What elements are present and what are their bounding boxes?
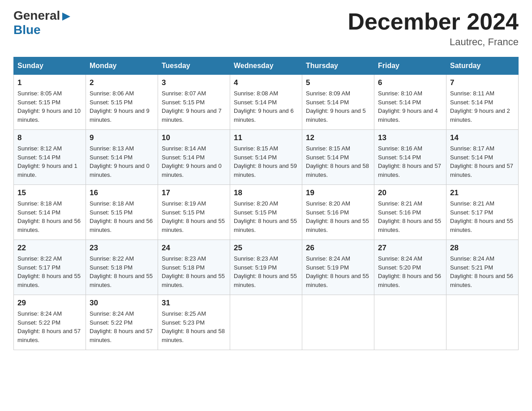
day-number: 7 xyxy=(450,78,515,87)
table-row xyxy=(446,295,519,350)
day-number: 13 xyxy=(378,133,442,142)
table-row: 26 Sunrise: 8:24 AMSunset: 5:19 PMDaylig… xyxy=(302,240,374,295)
day-number: 12 xyxy=(306,133,370,142)
day-info: Sunrise: 8:17 AMSunset: 5:14 PMDaylight:… xyxy=(450,144,515,179)
day-info: Sunrise: 8:18 AMSunset: 5:15 PMDaylight:… xyxy=(90,199,154,234)
day-number: 3 xyxy=(162,78,226,87)
svg-marker-0 xyxy=(62,13,70,21)
day-info: Sunrise: 8:05 AMSunset: 5:15 PMDaylight:… xyxy=(17,89,82,124)
table-row: 9 Sunrise: 8:13 AMSunset: 5:14 PMDayligh… xyxy=(86,130,158,185)
day-info: Sunrise: 8:21 AMSunset: 5:16 PMDaylight:… xyxy=(378,199,442,234)
day-info: Sunrise: 8:12 AMSunset: 5:14 PMDaylight:… xyxy=(17,144,82,179)
logo-arrow-icon xyxy=(61,12,71,21)
location: Lautrec, France xyxy=(348,36,519,48)
day-info: Sunrise: 8:22 AMSunset: 5:17 PMDaylight:… xyxy=(17,254,82,289)
day-number: 18 xyxy=(234,188,298,197)
day-number: 26 xyxy=(306,244,370,253)
table-row: 11 Sunrise: 8:15 AMSunset: 5:14 PMDaylig… xyxy=(230,130,302,185)
table-row: 5 Sunrise: 8:09 AMSunset: 5:14 PMDayligh… xyxy=(302,75,374,130)
day-number: 21 xyxy=(450,188,515,197)
table-row: 25 Sunrise: 8:23 AMSunset: 5:19 PMDaylig… xyxy=(230,240,302,295)
day-info: Sunrise: 8:18 AMSunset: 5:14 PMDaylight:… xyxy=(17,199,82,234)
table-row: 18 Sunrise: 8:20 AMSunset: 5:15 PMDaylig… xyxy=(230,185,302,240)
table-row: 21 Sunrise: 8:21 AMSunset: 5:17 PMDaylig… xyxy=(446,185,519,240)
header-row: Sunday Monday Tuesday Wednesday Thursday… xyxy=(14,57,519,75)
day-number: 23 xyxy=(90,244,154,253)
col-saturday: Saturday xyxy=(446,57,519,75)
logo: General Blue xyxy=(13,9,71,37)
calendar-week-row: 8 Sunrise: 8:12 AMSunset: 5:14 PMDayligh… xyxy=(14,130,519,185)
col-sunday: Sunday xyxy=(14,57,86,75)
col-tuesday: Tuesday xyxy=(158,57,230,75)
day-info: Sunrise: 8:13 AMSunset: 5:14 PMDaylight:… xyxy=(90,144,154,179)
col-thursday: Thursday xyxy=(302,57,374,75)
table-row xyxy=(302,295,374,350)
day-info: Sunrise: 8:24 AMSunset: 5:21 PMDaylight:… xyxy=(450,254,515,289)
calendar-week-row: 22 Sunrise: 8:22 AMSunset: 5:17 PMDaylig… xyxy=(14,240,519,295)
table-row: 3 Sunrise: 8:07 AMSunset: 5:15 PMDayligh… xyxy=(158,75,230,130)
day-info: Sunrise: 8:08 AMSunset: 5:14 PMDaylight:… xyxy=(234,89,298,124)
table-row: 30 Sunrise: 8:24 AMSunset: 5:22 PMDaylig… xyxy=(86,295,158,350)
day-info: Sunrise: 8:20 AMSunset: 5:16 PMDaylight:… xyxy=(306,199,370,234)
day-info: Sunrise: 8:09 AMSunset: 5:14 PMDaylight:… xyxy=(306,89,370,124)
day-number: 16 xyxy=(90,188,154,197)
table-row: 27 Sunrise: 8:24 AMSunset: 5:20 PMDaylig… xyxy=(374,240,446,295)
day-number: 4 xyxy=(234,78,298,87)
calendar-table: Sunday Monday Tuesday Wednesday Thursday… xyxy=(13,57,519,350)
table-row: 20 Sunrise: 8:21 AMSunset: 5:16 PMDaylig… xyxy=(374,185,446,240)
day-info: Sunrise: 8:24 AMSunset: 5:22 PMDaylight:… xyxy=(90,309,154,344)
table-row: 13 Sunrise: 8:16 AMSunset: 5:14 PMDaylig… xyxy=(374,130,446,185)
day-number: 10 xyxy=(162,133,226,142)
day-number: 14 xyxy=(450,133,515,142)
calendar-week-row: 29 Sunrise: 8:24 AMSunset: 5:22 PMDaylig… xyxy=(14,295,519,350)
day-number: 19 xyxy=(306,188,370,197)
day-info: Sunrise: 8:24 AMSunset: 5:22 PMDaylight:… xyxy=(17,309,82,344)
table-row: 1 Sunrise: 8:05 AMSunset: 5:15 PMDayligh… xyxy=(14,75,86,130)
day-number: 11 xyxy=(234,133,298,142)
day-number: 17 xyxy=(162,188,226,197)
table-row: 24 Sunrise: 8:23 AMSunset: 5:18 PMDaylig… xyxy=(158,240,230,295)
table-row: 14 Sunrise: 8:17 AMSunset: 5:14 PMDaylig… xyxy=(446,130,519,185)
day-number: 24 xyxy=(162,244,226,253)
page-header: General Blue December 2024 Lautrec, Fran… xyxy=(13,9,519,48)
table-row xyxy=(230,295,302,350)
day-info: Sunrise: 8:23 AMSunset: 5:18 PMDaylight:… xyxy=(162,254,226,289)
logo-blue: Blue xyxy=(13,23,41,37)
day-info: Sunrise: 8:20 AMSunset: 5:15 PMDaylight:… xyxy=(234,199,298,234)
day-info: Sunrise: 8:15 AMSunset: 5:14 PMDaylight:… xyxy=(306,144,370,179)
logo-general: General xyxy=(13,9,60,22)
table-row: 22 Sunrise: 8:22 AMSunset: 5:17 PMDaylig… xyxy=(14,240,86,295)
table-row xyxy=(374,295,446,350)
day-info: Sunrise: 8:24 AMSunset: 5:19 PMDaylight:… xyxy=(306,254,370,289)
table-row: 19 Sunrise: 8:20 AMSunset: 5:16 PMDaylig… xyxy=(302,185,374,240)
table-row: 23 Sunrise: 8:22 AMSunset: 5:18 PMDaylig… xyxy=(86,240,158,295)
day-info: Sunrise: 8:21 AMSunset: 5:17 PMDaylight:… xyxy=(450,199,515,234)
day-number: 27 xyxy=(378,244,442,253)
table-row: 31 Sunrise: 8:25 AMSunset: 5:23 PMDaylig… xyxy=(158,295,230,350)
day-number: 1 xyxy=(17,78,82,87)
table-row: 28 Sunrise: 8:24 AMSunset: 5:21 PMDaylig… xyxy=(446,240,519,295)
col-wednesday: Wednesday xyxy=(230,57,302,75)
day-info: Sunrise: 8:25 AMSunset: 5:23 PMDaylight:… xyxy=(162,309,226,344)
table-row: 8 Sunrise: 8:12 AMSunset: 5:14 PMDayligh… xyxy=(14,130,86,185)
day-number: 25 xyxy=(234,244,298,253)
day-number: 20 xyxy=(378,188,442,197)
table-row: 16 Sunrise: 8:18 AMSunset: 5:15 PMDaylig… xyxy=(86,185,158,240)
day-info: Sunrise: 8:11 AMSunset: 5:14 PMDaylight:… xyxy=(450,89,515,124)
table-row: 15 Sunrise: 8:18 AMSunset: 5:14 PMDaylig… xyxy=(14,185,86,240)
day-info: Sunrise: 8:14 AMSunset: 5:14 PMDaylight:… xyxy=(162,144,226,179)
day-number: 9 xyxy=(90,133,154,142)
table-row: 6 Sunrise: 8:10 AMSunset: 5:14 PMDayligh… xyxy=(374,75,446,130)
day-info: Sunrise: 8:15 AMSunset: 5:14 PMDaylight:… xyxy=(234,144,298,179)
day-info: Sunrise: 8:16 AMSunset: 5:14 PMDaylight:… xyxy=(378,144,442,179)
day-info: Sunrise: 8:22 AMSunset: 5:18 PMDaylight:… xyxy=(90,254,154,289)
day-number: 6 xyxy=(378,78,442,87)
title-area: December 2024 Lautrec, France xyxy=(348,9,519,48)
month-title: December 2024 xyxy=(348,9,519,34)
table-row: 2 Sunrise: 8:06 AMSunset: 5:15 PMDayligh… xyxy=(86,75,158,130)
day-info: Sunrise: 8:19 AMSunset: 5:15 PMDaylight:… xyxy=(162,199,226,234)
day-info: Sunrise: 8:06 AMSunset: 5:15 PMDaylight:… xyxy=(90,89,154,124)
table-row: 7 Sunrise: 8:11 AMSunset: 5:14 PMDayligh… xyxy=(446,75,519,130)
day-number: 22 xyxy=(17,244,82,253)
day-number: 15 xyxy=(17,188,82,197)
